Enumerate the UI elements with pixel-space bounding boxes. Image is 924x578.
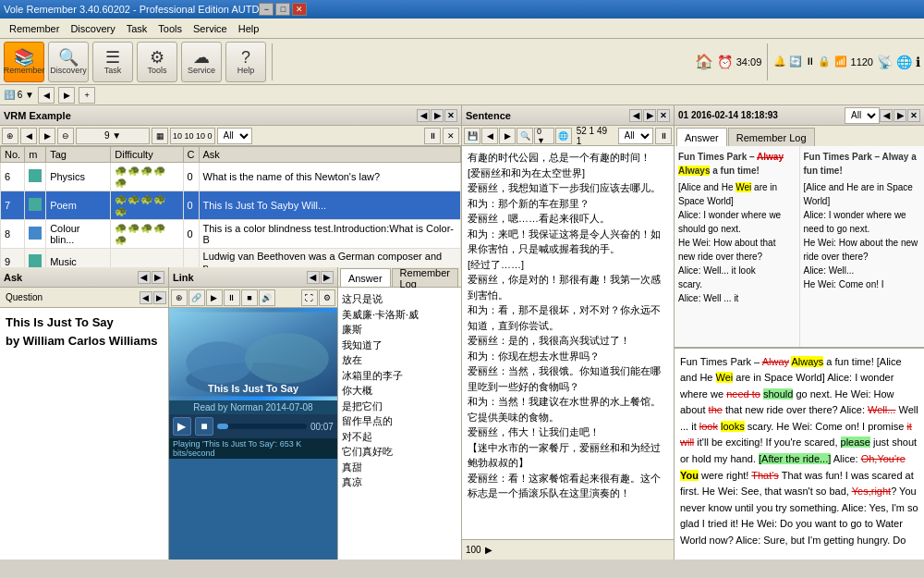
- close-button[interactable]: ✕: [292, 3, 307, 16]
- toolbar-remember[interactable]: 📚 Remember: [4, 42, 44, 82]
- link-btn-4[interactable]: ⏸: [224, 289, 240, 306]
- tab-remember-log[interactable]: Remember Log: [392, 268, 458, 287]
- task-icon: ☰: [105, 49, 120, 66]
- sentence-panel: Sentence ◀ ▶ ✕ 💾 ◀ ▶ 🔍 0 ▼ 🌐 52 1 49 1 A…: [462, 105, 675, 560]
- status-icon-2: 🌐: [896, 55, 912, 69]
- ask-toolbar-next[interactable]: ▶: [153, 291, 166, 304]
- sentence-tb-pause[interactable]: ⏸: [655, 128, 672, 144]
- sentence-close[interactable]: ✕: [657, 109, 670, 122]
- sentence-tb-1[interactable]: 💾: [464, 128, 480, 144]
- sentence-toolbar: 💾 ◀ ▶ 🔍 0 ▼ 🌐 52 1 49 1 All ⏸: [462, 126, 674, 146]
- vrm-table: No. m Tag Difficulty C Ask 6 Physics: [0, 146, 461, 276]
- ask-toolbar-prev[interactable]: ◀: [140, 291, 152, 304]
- titlebar-controls: − □ ✕: [259, 3, 307, 16]
- prev-item-button[interactable]: ◀: [38, 87, 55, 104]
- play-button[interactable]: ▶: [173, 417, 191, 436]
- tab-right-answer[interactable]: Answer: [676, 128, 727, 146]
- right-col-2: Fun Times Park – Alway a fun time! [Alic…: [800, 146, 925, 347]
- link-btn-3[interactable]: ▶: [206, 289, 223, 306]
- table-btn-3[interactable]: ▶: [39, 128, 55, 144]
- table-row[interactable]: 6 Physics 🐢🐢🐢🐢🐢 0 What is the name of th…: [1, 163, 461, 191]
- menu-item-discovery[interactable]: Discovery: [65, 23, 120, 34]
- link-settings[interactable]: ⚙: [319, 289, 335, 306]
- menu-item-service[interactable]: Service: [188, 23, 233, 34]
- link-image-svg: This Is Just To Say: [169, 308, 337, 400]
- sentence-tb-4[interactable]: 🔍: [517, 128, 533, 144]
- vrm-close-button[interactable]: ✕: [444, 109, 457, 122]
- menu-item-remember[interactable]: Remember: [4, 23, 65, 34]
- link-subtitle: Read by Norman 2014-07-08: [169, 400, 337, 414]
- home-icon[interactable]: 🏠: [695, 53, 713, 70]
- next-item-button[interactable]: ▶: [58, 87, 75, 104]
- cell-m: [25, 220, 46, 249]
- vrm-next-button[interactable]: ▶: [431, 109, 444, 122]
- toolbar-help[interactable]: ? Help: [225, 42, 266, 82]
- pause-btn[interactable]: ⏸: [424, 128, 441, 144]
- cell-difficulty: 🐢🐢🐢🐢🐢: [111, 191, 183, 220]
- ask-panel: Ask ◀ ▶ Question ◀ ▶ This Is Just To Sa: [0, 267, 169, 560]
- table-row[interactable]: 8 Colour blin... 🐢🐢🐢🐢🐢 0 This is a color…: [1, 220, 461, 249]
- table-btn-4[interactable]: ⊖: [57, 128, 74, 144]
- help-icon: ?: [241, 49, 250, 66]
- toolbar-tools[interactable]: ⚙ Tools: [137, 42, 177, 82]
- menu-item-task[interactable]: Task: [121, 23, 153, 34]
- time-display: 34:09: [736, 56, 762, 68]
- player-progress[interactable]: [217, 424, 307, 429]
- cell-ask: This is a color blindness test.Introduct…: [199, 220, 460, 249]
- ask-panel-title: Ask: [4, 272, 22, 283]
- sentence-prev[interactable]: ◀: [629, 109, 642, 122]
- ask-prev[interactable]: ◀: [138, 271, 151, 284]
- link-panel-title: Link: [173, 272, 194, 283]
- maximize-button[interactable]: □: [275, 3, 290, 16]
- right-panel-header: 01 2016-02-14 18:18:93 All ◀ ▶ ✕: [675, 105, 924, 126]
- sentence-nav-right-icon[interactable]: ▶: [485, 545, 492, 555]
- link-nav: ◀ ▶: [307, 271, 334, 284]
- toolbar-task[interactable]: ☰ Task: [92, 42, 133, 82]
- tab-answer[interactable]: Answer: [340, 268, 391, 287]
- right-next[interactable]: ▶: [894, 109, 906, 122]
- link-fullscreen[interactable]: ⛶: [301, 289, 318, 306]
- link-btn-2[interactable]: 🔗: [188, 289, 205, 306]
- right-lower-content: Fun Times Park – Alway Always a fun time…: [675, 347, 924, 560]
- add-button[interactable]: +: [79, 87, 95, 104]
- link-next[interactable]: ▶: [321, 271, 334, 284]
- vrm-prev-button[interactable]: ◀: [417, 109, 430, 122]
- toolbar-separator-1: [272, 43, 273, 80]
- menu-item-help[interactable]: Help: [233, 23, 265, 34]
- sentence-tb-5[interactable]: 🌐: [555, 128, 572, 144]
- clock-icon: ⏰: [717, 55, 733, 69]
- minimize-button[interactable]: −: [259, 3, 274, 16]
- link-btn-6[interactable]: 🔊: [259, 289, 275, 306]
- tab-right-log[interactable]: Remember Log: [728, 128, 815, 146]
- ask-next[interactable]: ▶: [152, 271, 164, 284]
- table-btn-2[interactable]: ◀: [20, 128, 37, 144]
- table-row[interactable]: 7 Poem 🐢🐢🐢🐢🐢 0 This Is Just To Sayby Wil…: [1, 191, 461, 220]
- link-prev[interactable]: ◀: [307, 271, 320, 284]
- bottom-left: Ask ◀ ▶ Question ◀ ▶ This Is Just To Sa: [0, 267, 461, 560]
- right-filter[interactable]: All: [845, 107, 880, 124]
- sentence-tb-3[interactable]: ▶: [499, 128, 516, 144]
- cell-tag: Physics: [46, 163, 111, 191]
- sentence-panel-header: Sentence ◀ ▶ ✕: [462, 105, 674, 126]
- link-btn-1[interactable]: ⊕: [171, 289, 188, 306]
- answer-panel: Answer Remember Log 这只是说美威廉·卡洛斯·威廉斯我知道了放…: [338, 267, 461, 560]
- filter-dropdown[interactable]: All: [217, 128, 252, 144]
- sentence-tb-2[interactable]: ◀: [481, 128, 498, 144]
- sentence-next[interactable]: ▶: [643, 109, 656, 122]
- table-grid-btn[interactable]: ▦: [152, 128, 168, 144]
- toolbar-discovery[interactable]: 🔍 Discovery: [48, 42, 89, 82]
- link-btn-5[interactable]: ■: [241, 289, 258, 306]
- right-close[interactable]: ✕: [907, 109, 920, 122]
- menu-item-tools[interactable]: Tools: [152, 23, 188, 34]
- toolbar-service[interactable]: ☁ Service: [181, 42, 222, 82]
- stop-button[interactable]: ■: [195, 417, 213, 436]
- table-btn-1[interactable]: ⊕: [2, 128, 18, 144]
- col-no: No.: [1, 147, 25, 163]
- right-prev[interactable]: ◀: [880, 109, 893, 122]
- remember-icon: 📚: [14, 49, 34, 66]
- cell-tag: Colour blin...: [46, 220, 111, 249]
- ask-panel-header: Ask ◀ ▶: [0, 267, 168, 288]
- sentence-filter[interactable]: All: [618, 128, 653, 144]
- table-close-btn[interactable]: ✕: [443, 128, 459, 144]
- col-c: C: [183, 147, 199, 163]
